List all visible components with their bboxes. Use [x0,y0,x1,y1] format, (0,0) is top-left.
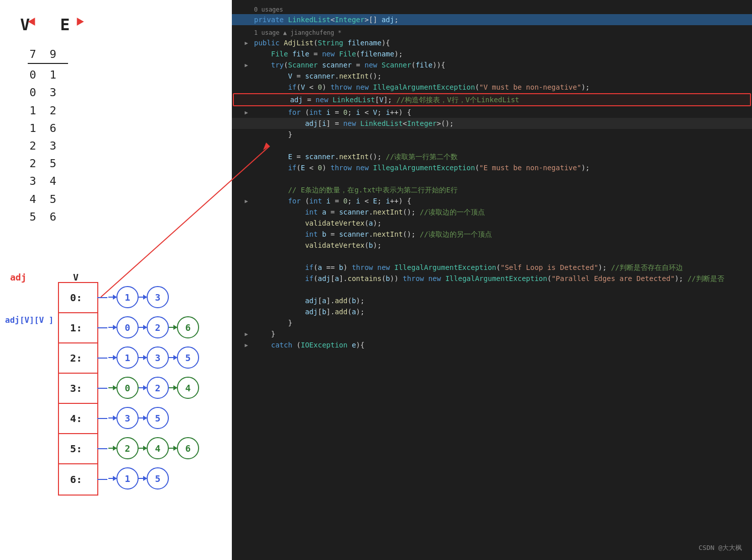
node-circle-3-1: 2 [147,377,169,399]
adj-v-label: V [73,272,79,283]
node-circle-3-2: 4 [177,377,199,399]
node-chain-5: 246 [108,437,199,459]
line-content-for2: for (int i = 0; i < E; i++) { [252,195,752,206]
node-circle-5-2: 6 [177,437,199,459]
code-line-int-b: int b = scanner.nextInt(); //读取边的另一个顶点 [232,229,752,240]
edge-row-7: 45 [28,190,68,208]
fold-icon-for2: ▶ [244,198,248,204]
code-line-blank2 [232,173,752,184]
line-gutter-try: ▶ [232,62,252,68]
adj-index-4: 4: [59,412,89,425]
edge-v-col: 7 [28,45,38,63]
v-label: V [20,15,30,34]
edge-header-row: 7 9 [28,45,68,63]
node-arrow-2-1 [139,357,147,358]
watermark: CSDN @大大枫 [699,543,742,552]
code-line-add-b: adj[a].add(b); [232,295,752,306]
node-circle-6-1: 5 [147,467,169,489]
edge-e-col: 9 [48,45,58,63]
code-line-v-check: if(V < 0) throw new IllegalArgumentExcep… [232,82,752,93]
node-chain-6: 15 [108,467,169,489]
node-circle-2-0: 1 [116,346,139,369]
adj-connector-0 [97,297,107,298]
adj-table: 0:1:2:3:4:5:6: [58,282,98,496]
adj-connector-2 [97,358,107,359]
adj-index-5: 5: [59,443,89,455]
line-content-close2: } [252,317,752,328]
code-line-adj-i: adj[i] = new LinkedList<Integer>(); [232,118,752,129]
line-gutter-adjlist: ▶ [232,40,252,46]
line-content-blank3 [252,251,752,262]
adj-row-4: 4: [59,404,97,434]
adj-row-2: 2: [59,343,97,374]
code-line-selfloop: if(a == b) throw new IllegalArgumentExce… [232,262,752,273]
node-arrow-4-1 [139,417,147,418]
line-content-intb: int b = scanner.nextInt(); //读取边的另一个顶点 [252,229,752,240]
line-content-try: try(Scanner scanner = new Scanner(file))… [252,59,752,71]
line-content-vb: validateVertex(b); [252,240,752,251]
code-line-cmt-e: // E条边的数量，在g.txt中表示为第二行开始的E行 [232,184,752,195]
line-content-close1: } [252,129,752,140]
code-line-close1: } [232,129,752,140]
line-content-echeck: if(E < 0) throw new IllegalArgumentExcep… [252,162,752,173]
node-circle-5-1: 4 [147,437,169,459]
adj-index-6: 6: [59,473,89,485]
node-circle-0-1: 3 [147,286,169,308]
adj-connector-5 [97,448,107,449]
code-line-adj-init: adj = new LinkedList[V]; //构造邻接表，V行，V个Li… [233,93,751,106]
ve-header: V E [20,15,70,34]
line-content-adda: adj[b].add(a); [252,306,752,317]
line-content-sl: if(a == b) throw new IllegalArgumentExce… [252,262,752,273]
line-content-close3: } [252,328,752,339]
node-chain-4: 35 [108,407,169,429]
adj-row-6: 6: [59,464,97,495]
node-circle-1-1: 2 [147,316,169,338]
edge-row-2: 12 [28,102,68,119]
node-arrow-0-1 [139,297,147,298]
code-line-validate-a: validateVertex(a); [232,218,752,229]
code-line-int-a: int a = scanner.nextInt(); //读取边的一个顶点 [232,206,752,218]
edge-divider [28,63,68,64]
node-chain-1: 026 [108,316,199,338]
line-content-for1: for (int i = 0; i < V; i++) { [252,107,752,118]
node-chain-2: 135 [108,346,199,369]
line-content-blank1 [252,140,752,151]
node-arrow-1-1 [139,327,147,328]
adj-row-1: 1: [59,313,97,343]
fold-icon-catch: ▶ [244,342,248,348]
node-arrow-1-0 [108,327,116,328]
line-content-blank2 [252,173,752,184]
node-chain-3: 024 [108,377,199,399]
code-line-close3: ▶ } [232,328,752,339]
ann-usages-1: 1 usage ▲ jiangchufeng * [232,28,752,37]
node-arrow-6-1 [139,478,147,479]
code-line-close2: } [232,317,752,328]
adj-connector-6 [97,479,107,480]
node-arrow-2-2 [169,357,177,358]
node-circle-0-0: 1 [116,286,139,308]
line-gutter-close3: ▶ [232,331,252,337]
left-panel: V E 7 9 01 03 12 16 23 25 34 45 56 adj V… [0,0,232,560]
code-line-blank3 [232,251,752,262]
line-gutter-for1: ▶ [232,109,252,116]
edge-row-0: 01 [28,66,68,84]
code-line-private: private LinkedList<Integer>[] adj; [232,14,752,25]
line-gutter-catch: ▶ [232,342,252,348]
node-circle-2-2: 5 [177,346,199,369]
fold-icon-close3: ▶ [244,331,248,337]
code-line-for2: ▶ for (int i = 0; i < E; i++) { [232,195,752,206]
node-circle-4-1: 5 [147,407,169,429]
code-line-e-check: if(E < 0) throw new IllegalArgumentExcep… [232,162,752,173]
node-arrow-5-2 [169,448,177,449]
edge-row-3: 16 [28,119,68,137]
code-line-e-scan: E = scanner.nextInt(); //读取第一行第二个数 [232,151,752,162]
code-line-v-scan: V = scanner.nextInt(); [232,71,752,82]
code-line-for1: ▶ for (int i = 0; i < V; i++) { [232,107,752,118]
adj-index-3: 3: [59,382,89,394]
line-content-catch: catch (IOException e){ [252,339,752,351]
edge-row-5: 25 [28,155,68,172]
line-content-adjlist: public AdjList(String filename){ [252,37,752,48]
edge-row-4: 23 [28,137,68,155]
node-circle-1-0: 0 [116,316,139,338]
ann-usages-0: 0 usages [232,5,752,14]
